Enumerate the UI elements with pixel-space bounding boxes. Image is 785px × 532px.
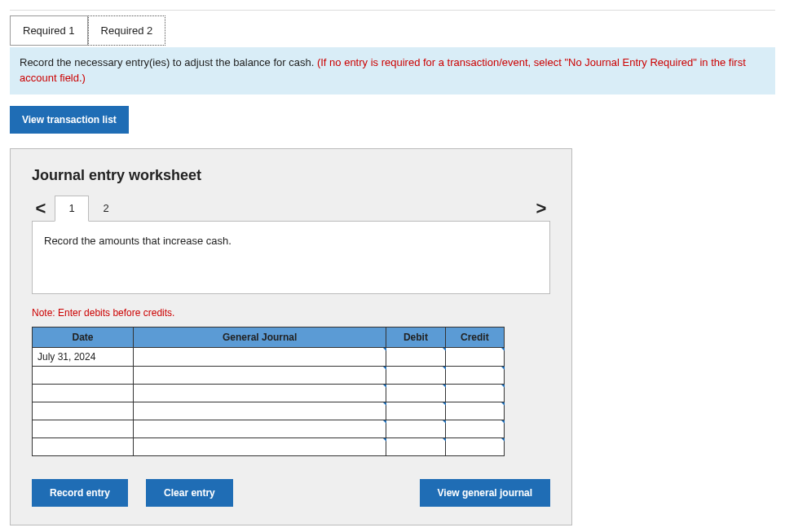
cell-account[interactable] xyxy=(134,384,386,402)
col-header-date: Date xyxy=(33,327,134,347)
cell-date[interactable] xyxy=(33,366,134,384)
cell-date[interactable]: July 31, 2024 xyxy=(33,347,134,366)
cell-debit[interactable] xyxy=(386,402,445,420)
record-entry-button[interactable]: Record entry xyxy=(32,479,128,507)
view-general-journal-button[interactable]: View general journal xyxy=(420,479,550,507)
cell-account[interactable] xyxy=(134,347,386,366)
table-row xyxy=(33,366,505,384)
journal-entry-worksheet: Journal entry worksheet < 1 2 > Record t… xyxy=(10,148,572,525)
cell-date[interactable] xyxy=(33,402,134,420)
debit-credit-note: Note: Enter debits before credits. xyxy=(32,307,550,319)
tab-required-2[interactable]: Required 2 xyxy=(88,15,166,46)
instruction-bar: Record the necessary entry(ies) to adjus… xyxy=(10,47,775,95)
cell-credit[interactable] xyxy=(445,366,504,384)
entry-step-2[interactable]: 2 xyxy=(89,196,123,222)
cell-debit[interactable] xyxy=(386,347,445,366)
table-row: July 31, 2024 xyxy=(33,347,505,366)
chevron-left-icon[interactable]: < xyxy=(32,200,50,218)
col-header-general-journal: General Journal xyxy=(134,327,386,347)
table-row xyxy=(33,420,505,437)
cell-debit[interactable] xyxy=(386,366,445,384)
transaction-note-box: Record the amounts that increase cash. xyxy=(32,221,550,294)
cell-debit[interactable] xyxy=(386,420,445,437)
cell-debit[interactable] xyxy=(386,437,445,455)
tab-required-1[interactable]: Required 1 xyxy=(10,15,88,46)
worksheet-nav: < 1 2 > xyxy=(32,196,550,222)
col-header-debit: Debit xyxy=(386,327,445,347)
worksheet-actions: Record entry Clear entry View general jo… xyxy=(32,479,550,507)
cell-account[interactable] xyxy=(134,437,386,455)
chevron-right-icon[interactable]: > xyxy=(532,200,550,218)
col-header-credit: Credit xyxy=(445,327,504,347)
cell-debit[interactable] xyxy=(386,384,445,402)
table-row xyxy=(33,437,505,455)
instruction-main: Record the necessary entry(ies) to adjus… xyxy=(20,56,317,68)
cell-account[interactable] xyxy=(134,366,386,384)
cell-credit[interactable] xyxy=(445,420,504,437)
cell-credit[interactable] xyxy=(445,437,504,455)
cell-account[interactable] xyxy=(134,420,386,437)
cell-date[interactable] xyxy=(33,420,134,437)
table-row xyxy=(33,402,505,420)
table-row xyxy=(33,384,505,402)
view-transaction-list-button[interactable]: View transaction list xyxy=(10,106,129,134)
entry-step-1[interactable]: 1 xyxy=(55,196,89,222)
requirement-tabs: Required 1 Required 2 xyxy=(10,15,775,46)
cell-credit[interactable] xyxy=(445,402,504,420)
cell-date[interactable] xyxy=(33,384,134,402)
journal-entry-table: Date General Journal Debit Credit July 3… xyxy=(32,327,505,456)
cell-credit[interactable] xyxy=(445,347,504,366)
worksheet-title: Journal entry worksheet xyxy=(32,167,550,184)
cell-date[interactable] xyxy=(33,437,134,455)
cell-credit[interactable] xyxy=(445,384,504,402)
cell-account[interactable] xyxy=(134,402,386,420)
clear-entry-button[interactable]: Clear entry xyxy=(146,479,233,507)
